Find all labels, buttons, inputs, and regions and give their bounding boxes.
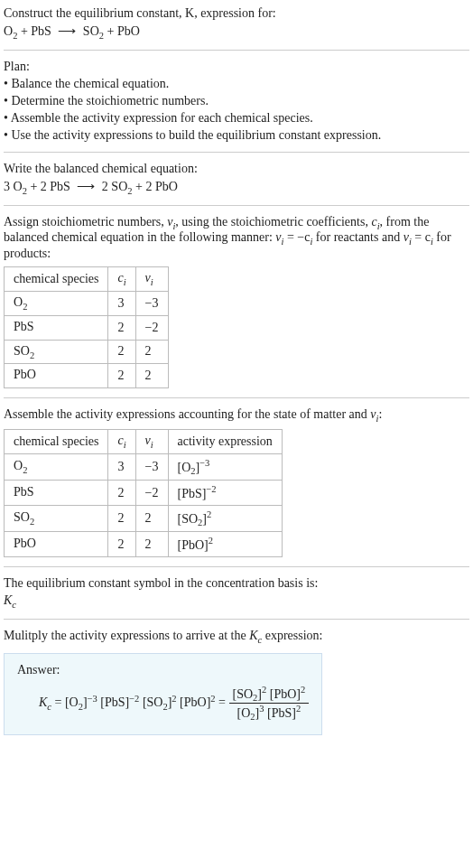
- table-row: PbS 2 −2 [PbS]−2: [5, 481, 283, 506]
- symbol-section: The equilibrium constant symbol in the c…: [4, 576, 469, 610]
- table-row: PbO 2 2 [PbO]2: [5, 532, 283, 557]
- ci-cell: 2: [108, 315, 135, 340]
- divider: [4, 619, 469, 620]
- multiply-section: Mulitply the activity expressions to arr…: [4, 629, 469, 736]
- kc-symbol: Kc: [4, 593, 469, 610]
- product-so2: SO2: [83, 24, 104, 38]
- assign-section: Assign stoichiometric numbers, νi, using…: [4, 215, 469, 389]
- balanced-rhs: 2 SO2 + 2 PbO: [102, 180, 178, 193]
- col-ci: ci: [108, 429, 135, 453]
- assign-text: Assign stoichiometric numbers, νi, using…: [4, 215, 469, 262]
- species-cell: PbS: [5, 315, 108, 340]
- nui-cell: 2: [135, 532, 168, 557]
- divider: [4, 205, 469, 206]
- activity-cell: [O2]−3: [168, 453, 282, 480]
- nui-cell: −2: [135, 481, 168, 506]
- species-cell: PbS: [5, 481, 108, 506]
- fraction: [SO2]2 [PbO]2 [O2]3 [PbS]2: [229, 685, 310, 723]
- balanced-equation: 3 O2 + 2 PbS ⟶ 2 SO2 + 2 PbO: [4, 179, 469, 196]
- nui-cell: −2: [135, 315, 168, 340]
- reactant-o2: O2: [4, 24, 17, 38]
- answer-box: Answer: Kc = [O2]−3 [PbS]−2 [SO2]2 [PbO]…: [4, 653, 322, 736]
- nui-cell: 2: [135, 505, 168, 531]
- table-row: O2 3 −3: [5, 291, 169, 315]
- plan-step-4: • Use the activity expressions to build …: [4, 128, 469, 143]
- multiply-text: Mulitply the activity expressions to arr…: [4, 629, 469, 645]
- col-nui: νi: [135, 267, 168, 292]
- activity-cell: [PbO]2: [168, 532, 282, 557]
- plus-pbo: + PbO: [104, 24, 140, 38]
- reaction-arrow: ⟶: [73, 180, 98, 193]
- species-cell: PbO: [5, 364, 108, 388]
- plan-step-3: • Assemble the activity expression for e…: [4, 111, 469, 126]
- nui-cell: −3: [135, 453, 168, 480]
- prompt-line: Construct the equilibrium constant, K, e…: [4, 6, 469, 21]
- nui-cell: 2: [135, 340, 168, 364]
- nui-cell: −3: [135, 291, 168, 315]
- answer-label: Answer:: [17, 663, 309, 677]
- plan-step-1: • Balance the chemical equation.: [4, 77, 469, 91]
- divider: [4, 566, 469, 567]
- assemble-section: Assemble the activity expressions accoun…: [4, 407, 469, 557]
- table-row: SO2 2 2 [SO2]2: [5, 505, 283, 531]
- unbalanced-equation: O2 + PbS ⟶ SO2 + PbO: [4, 23, 469, 41]
- col-nui: νi: [135, 429, 168, 453]
- assemble-text: Assemble the activity expressions accoun…: [4, 407, 469, 424]
- plan-section: Plan: • Balance the chemical equation. •…: [4, 60, 469, 143]
- stoich-table: chemical species ci νi O2 3 −3 PbS 2 −2 …: [4, 266, 169, 388]
- table-row: SO2 2 2: [5, 340, 169, 364]
- balanced-title: Write the balanced chemical equation:: [4, 162, 469, 176]
- table-row: PbS 2 −2: [5, 315, 169, 340]
- col-species: chemical species: [5, 429, 108, 453]
- activity-table: chemical species ci νi activity expressi…: [4, 429, 283, 557]
- table-row: PbO 2 2: [5, 364, 169, 388]
- prompt-section: Construct the equilibrium constant, K, e…: [4, 6, 469, 41]
- prompt-text: Construct the equilibrium constant, K, e…: [4, 6, 276, 20]
- fraction-numerator: [SO2]2 [PbO]2: [229, 685, 310, 704]
- species-cell: SO2: [5, 505, 108, 531]
- divider: [4, 152, 469, 153]
- fraction-denominator: [O2]3 [PbS]2: [229, 704, 310, 722]
- ci-cell: 2: [108, 505, 135, 531]
- col-activity: activity expression: [168, 429, 282, 453]
- symbol-text: The equilibrium constant symbol in the c…: [4, 576, 469, 591]
- answer-equation: Kc = [O2]−3 [PbS]−2 [SO2]2 [PbO]2 = [SO2…: [17, 685, 309, 723]
- reaction-arrow: ⟶: [54, 24, 79, 38]
- table-header-row: chemical species ci νi: [5, 267, 169, 292]
- table-header-row: chemical species ci νi activity expressi…: [5, 429, 283, 453]
- table-row: O2 3 −3 [O2]−3: [5, 453, 283, 480]
- species-cell: O2: [5, 291, 108, 315]
- ci-cell: 2: [108, 364, 135, 388]
- plus-pbs: + PbS: [17, 24, 51, 38]
- species-cell: SO2: [5, 340, 108, 364]
- ci-cell: 3: [108, 453, 135, 480]
- activity-cell: [SO2]2: [168, 505, 282, 531]
- divider: [4, 50, 469, 51]
- activity-cell: [PbS]−2: [168, 481, 282, 506]
- ci-cell: 2: [108, 340, 135, 364]
- col-ci: ci: [108, 267, 135, 292]
- divider: [4, 397, 469, 398]
- balanced-section: Write the balanced chemical equation: 3 …: [4, 162, 469, 196]
- col-species: chemical species: [5, 267, 108, 292]
- plan-step-2: • Determine the stoichiometric numbers.: [4, 94, 469, 108]
- ci-cell: 3: [108, 291, 135, 315]
- plan-title: Plan:: [4, 60, 469, 74]
- species-cell: PbO: [5, 532, 108, 557]
- species-cell: O2: [5, 453, 108, 480]
- nui-cell: 2: [135, 364, 168, 388]
- ci-cell: 2: [108, 532, 135, 557]
- balanced-lhs: 3 O2 + 2 PbS: [4, 180, 70, 193]
- ci-cell: 2: [108, 481, 135, 506]
